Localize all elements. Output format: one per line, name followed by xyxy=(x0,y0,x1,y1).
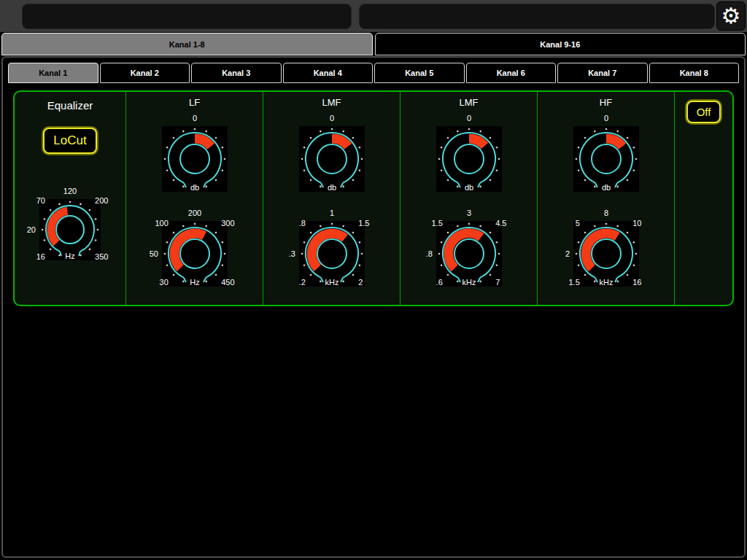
knob-tick-label: 350 xyxy=(95,252,108,261)
band-3-gain-knob[interactable]: 0db xyxy=(411,115,527,203)
band-2-freq-knob[interactable]: .2.3.811.52kHz xyxy=(274,210,390,298)
band-3-freq-knob-container: .6.81.534.57kHz xyxy=(411,210,527,298)
knob-tick-label: 10 xyxy=(632,219,641,228)
channel-tab-kanal-4[interactable]: Kanal 4 xyxy=(283,63,374,83)
channel-tab-kanal-7[interactable]: Kanal 7 xyxy=(557,63,648,83)
main-tab-bar: Kanal 1-8Kanal 9-16 xyxy=(1,33,746,55)
band-name: LF xyxy=(189,97,200,108)
main-tab-kanal-1-8[interactable]: Kanal 1-8 xyxy=(1,33,373,55)
knob-tick-label: 1.5 xyxy=(431,219,442,228)
knob-tick-label: .8 xyxy=(298,219,305,228)
knob-inner-ring xyxy=(454,144,484,174)
eq-off-button[interactable]: Off xyxy=(686,101,721,123)
knob-inner-ring xyxy=(56,216,84,244)
knob-tick-label: 0 xyxy=(192,115,196,122)
knob-tick-label: 50 xyxy=(149,249,158,258)
knob-tick-label: 450 xyxy=(221,278,234,287)
knob-unit-label: kHz xyxy=(462,278,476,287)
knob-tick-label: 2 xyxy=(358,278,363,287)
knob-inner-ring xyxy=(592,144,621,174)
knob-tick-label: 2 xyxy=(565,249,569,258)
knob-tick-label: 0 xyxy=(603,115,608,122)
band-1-freq-knob-container: 3050100200300450Hz xyxy=(136,210,253,298)
knob-tick-label: 200 xyxy=(187,210,201,217)
eq-off-column: Off xyxy=(674,92,732,305)
knob-tick-label: 300 xyxy=(221,219,234,228)
knob-unit-label: db xyxy=(601,183,610,192)
knob-tick-label: 100 xyxy=(155,219,168,228)
knob-tick-label: 20 xyxy=(27,225,36,234)
band-2-gain-knob-container: 0db xyxy=(274,115,390,203)
band-1-gain-knob-container: 0db xyxy=(136,115,253,203)
band-name: LMF xyxy=(322,97,341,108)
knob-tick-label: 120 xyxy=(63,187,77,195)
knob-tick-label: 5 xyxy=(575,219,579,228)
knob-tick-label: 1.5 xyxy=(358,219,369,228)
knob-inner-ring xyxy=(180,239,209,268)
eq-band-2-lmf: LMF0db.2.3.811.52kHz xyxy=(263,92,400,305)
knob-tick-label: 3 xyxy=(466,210,471,217)
knob-unit-label: Hz xyxy=(65,252,74,260)
band-1-gain-knob[interactable]: 0db xyxy=(136,115,253,203)
knob-tick-label: 4.5 xyxy=(495,219,506,228)
band-4-gain-knob[interactable]: 0db xyxy=(548,115,665,203)
knob-tick-label: .3 xyxy=(288,249,295,258)
channel-tab-kanal-5[interactable]: Kanal 5 xyxy=(374,63,465,83)
eq-label-column: Equalizer LoCut 162070120200350Hz xyxy=(15,92,125,305)
knob-tick-label: 0 xyxy=(466,115,471,122)
locut-knob[interactable]: 162070120200350Hz xyxy=(14,187,126,269)
channel-tab-kanal-6[interactable]: Kanal 6 xyxy=(466,63,557,83)
band-3-gain-knob-container: 0db xyxy=(411,115,527,203)
knob-tick-label: .6 xyxy=(436,278,442,287)
knob-unit-label: Hz xyxy=(190,278,199,287)
band-4-gain-knob-container: 0db xyxy=(548,115,665,203)
knob-tick-label: 16 xyxy=(632,278,641,287)
band-2-gain-knob[interactable]: 0db xyxy=(274,115,390,203)
gear-icon: ⚙ xyxy=(721,5,741,27)
knob-tick-label: 16 xyxy=(36,252,45,261)
knob-inner-ring xyxy=(180,144,209,174)
knob-tick-label: 1.5 xyxy=(568,278,579,287)
equalizer-panel: Equalizer LoCut 162070120200350Hz LF0db3… xyxy=(13,90,734,306)
channel-tab-kanal-8[interactable]: Kanal 8 xyxy=(649,63,740,83)
band-name: LMF xyxy=(460,97,479,108)
knob-tick-label: 200 xyxy=(95,196,108,205)
knob-tick-label: 1 xyxy=(329,210,333,217)
display-box-right xyxy=(359,4,715,29)
knob-tick-label: .8 xyxy=(425,249,432,258)
knob-unit-label: db xyxy=(464,183,473,192)
channel-tab-bar: Kanal 1Kanal 2Kanal 3Kanal 4Kanal 5Kanal… xyxy=(8,63,739,83)
topbar: ⚙ xyxy=(0,0,747,32)
eq-band-1-lf: LF0db3050100200300450Hz xyxy=(125,92,263,305)
knob-tick-label: 0 xyxy=(329,115,333,122)
channel-tab-kanal-2[interactable]: Kanal 2 xyxy=(100,63,190,83)
main-tab-kanal-9-16[interactable]: Kanal 9-16 xyxy=(375,33,746,55)
band-3-freq-knob[interactable]: .6.81.534.57kHz xyxy=(411,210,527,298)
channel-tab-kanal-3[interactable]: Kanal 3 xyxy=(191,63,282,83)
knob-inner-ring xyxy=(454,239,484,268)
eq-band-3-lmf: LMF0db.6.81.534.57kHz xyxy=(400,92,537,305)
knob-inner-ring xyxy=(317,239,347,268)
knob-unit-label: db xyxy=(190,183,198,192)
eq-band-4-hf: HF0db1.52581016kHz xyxy=(537,92,674,305)
band-1-freq-knob[interactable]: 3050100200300450Hz xyxy=(136,210,253,298)
eq-title: Equalizer xyxy=(47,99,93,112)
settings-button[interactable]: ⚙ xyxy=(716,1,746,31)
locut-button[interactable]: LoCut xyxy=(43,128,96,154)
knob-tick-label: 70 xyxy=(36,196,45,205)
knob-unit-label: kHz xyxy=(325,278,338,287)
eq-bands: LF0db3050100200300450HzLMF0db.2.3.811.52… xyxy=(125,92,674,305)
knob-tick-label: 30 xyxy=(159,278,168,287)
band-4-freq-knob-container: 1.52581016kHz xyxy=(548,210,665,298)
band-2-freq-knob-container: .2.3.811.52kHz xyxy=(274,210,390,298)
display-box-left xyxy=(22,4,352,29)
locut-knob-container: 162070120200350Hz xyxy=(14,187,126,269)
knob-tick-label: 7 xyxy=(495,278,500,287)
knob-tick-label: .2 xyxy=(298,278,305,287)
band-4-freq-knob[interactable]: 1.52581016kHz xyxy=(548,210,665,298)
knob-tick-label: 8 xyxy=(603,210,608,217)
knob-unit-label: db xyxy=(327,183,336,192)
channel-tab-kanal-1[interactable]: Kanal 1 xyxy=(8,63,98,83)
knob-inner-ring xyxy=(317,144,347,174)
knob-inner-ring xyxy=(592,239,621,268)
